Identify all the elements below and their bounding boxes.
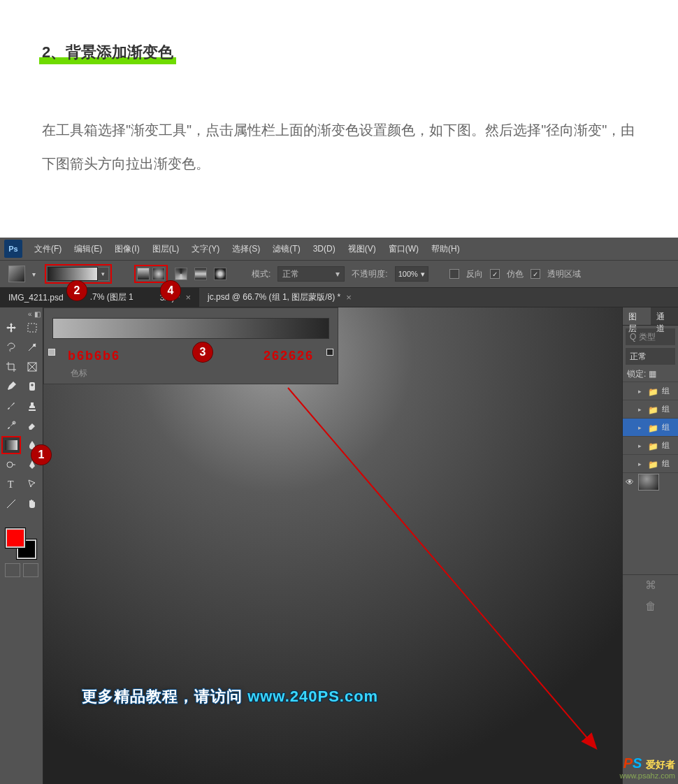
menu-help[interactable]: 帮助(H) [425, 243, 466, 255]
color-swatches[interactable] [6, 528, 36, 559]
visibility-icon[interactable] [626, 423, 635, 433]
radial-gradient-button[interactable] [152, 268, 165, 280]
menu-view[interactable]: 视图(V) [342, 243, 382, 255]
channels-tab[interactable]: 通道 [651, 307, 679, 325]
layer-group-row[interactable]: ▸📁组 [623, 454, 678, 472]
panel-grabber[interactable]: «◧ [1, 310, 41, 316]
opacity-label: 不透明度: [352, 268, 387, 280]
visibility-icon[interactable] [626, 386, 635, 396]
eraser-tool[interactable] [22, 416, 42, 435]
marquee-tool[interactable] [22, 319, 42, 337]
close-icon[interactable]: × [185, 292, 191, 303]
mode-value: 正常 [282, 268, 299, 280]
background-layer-row[interactable]: 👁 [623, 472, 678, 491]
menu-filter[interactable]: 滤镜(T) [266, 243, 306, 255]
eyedropper-tool[interactable] [1, 377, 21, 395]
watermark-cn: 更多精品教程，请访问 [82, 688, 247, 705]
gradient-dropdown-arrow-icon[interactable]: ▾ [98, 267, 109, 281]
menu-image[interactable]: 图像(I) [108, 243, 145, 255]
menu-file[interactable]: 文件(F) [28, 243, 68, 255]
history-brush-tool[interactable] [1, 416, 21, 435]
menu-bar: Ps 文件(F) 编辑(E) 图像(I) 图层(L) 文字(Y) 选择(S) 滤… [0, 238, 678, 260]
dither-checkbox[interactable] [490, 269, 500, 279]
gradient-bar[interactable] [52, 318, 329, 339]
document-tab-bar: IMG_4211.psd .7% (图层 1 3/8) * × jc.psd @… [0, 288, 678, 307]
tab-label: IMG_4211.psd [8, 293, 64, 303]
canvas[interactable]: b6b6b6 262626 色标 更多精品教程，请访问 www.240PS.co… [43, 307, 622, 784]
diamond-gradient-button[interactable] [214, 268, 226, 280]
brush-tool[interactable] [1, 397, 21, 415]
lasso-tool[interactable] [1, 338, 21, 356]
expand-icon[interactable]: ▸ [638, 460, 645, 467]
folder-icon: 📁 [648, 405, 659, 414]
menu-edit[interactable]: 编辑(E) [68, 243, 108, 255]
opacity-value: 100% [398, 270, 418, 278]
blend-mode-dropdown[interactable]: 正常 ▾ [277, 266, 345, 282]
color-stop-left[interactable] [48, 349, 55, 356]
quick-mask-button[interactable] [5, 563, 20, 577]
trash-icon[interactable]: 🗑 [645, 600, 656, 613]
angle-gradient-button[interactable] [175, 268, 187, 280]
chevron-down-icon: ▾ [421, 270, 425, 279]
article-content: 2、背景添加渐变色 在工具箱选择"渐变工具"，点击属性栏上面的渐变色设置颜色，如… [0, 0, 678, 180]
link-icon[interactable]: ⌘ [645, 579, 656, 592]
filter-label: 类型 [639, 331, 656, 343]
annotation-marker-2: 2 [67, 281, 87, 300]
layer-group-row[interactable]: ▸📁组 [623, 436, 678, 454]
layer-group-row[interactable]: ▸📁组 [623, 418, 678, 436]
photoshop-window: Ps 文件(F) 编辑(E) 图像(I) 图层(L) 文字(Y) 选择(S) 滤… [0, 238, 678, 784]
color-stop-right[interactable] [326, 349, 333, 356]
reverse-checkbox[interactable] [449, 269, 459, 279]
menu-3d[interactable]: 3D(D) [307, 244, 342, 254]
opacity-dropdown[interactable]: 100% ▾ [395, 266, 428, 282]
close-icon[interactable]: × [346, 292, 352, 303]
dodge-tool[interactable] [1, 456, 21, 474]
crop-tool[interactable] [1, 358, 21, 376]
layer-group-row[interactable]: ▸📁组 [623, 382, 678, 400]
screen-mode-button[interactable] [23, 563, 38, 577]
current-tool-indicator[interactable] [8, 266, 25, 282]
menu-text[interactable]: 文字(Y) [185, 243, 226, 255]
folder-icon: 📁 [648, 442, 659, 450]
visibility-icon[interactable] [626, 459, 635, 469]
hand-tool[interactable] [22, 495, 42, 513]
gradient-tool[interactable] [1, 436, 21, 454]
frame-tool[interactable] [22, 358, 42, 376]
layer-name: 组 [662, 386, 675, 396]
expand-icon[interactable]: ▸ [638, 424, 645, 431]
toolbox: «◧ T [0, 307, 43, 784]
tool-preset-arrow-icon[interactable]: ▾ [32, 270, 38, 278]
section-heading: 2、背景添加渐变色 [42, 42, 173, 63]
mode-label: 模式: [252, 268, 271, 280]
stamp-tool[interactable] [22, 397, 42, 415]
magic-wand-tool[interactable] [22, 338, 42, 356]
folder-icon: 📁 [648, 460, 659, 468]
layer-name: 组 [662, 422, 675, 433]
path-selection-tool[interactable] [22, 475, 42, 493]
reverse-label: 反向 [466, 268, 483, 280]
line-tool[interactable] [1, 495, 21, 513]
layer-thumbnail [638, 474, 659, 491]
svg-text:T: T [8, 479, 14, 490]
visibility-icon[interactable] [626, 405, 635, 414]
menu-window[interactable]: 窗口(W) [382, 243, 425, 255]
layer-group-row[interactable]: ▸📁组 [623, 400, 678, 418]
lock-pixels-icon[interactable]: ▦ [649, 369, 656, 379]
visibility-icon[interactable]: 👁 [626, 477, 635, 487]
document-tab-2[interactable]: jc.psd @ 66.7% (组 1, 图层蒙版/8) * × [199, 287, 360, 307]
layers-tab[interactable]: 图层 [623, 307, 651, 325]
reflected-gradient-button[interactable] [194, 268, 207, 280]
healing-tool[interactable] [22, 377, 42, 395]
blend-mode-select[interactable]: 正常 [626, 348, 675, 365]
transparency-checkbox[interactable] [531, 269, 540, 279]
menu-layer[interactable]: 图层(L) [146, 243, 186, 255]
menu-select[interactable]: 选择(S) [226, 243, 266, 255]
expand-icon[interactable]: ▸ [638, 406, 645, 413]
expand-icon[interactable]: ▸ [638, 442, 645, 449]
linear-gradient-button[interactable] [137, 268, 150, 280]
move-tool[interactable] [1, 319, 21, 337]
expand-icon[interactable]: ▸ [638, 388, 645, 395]
type-tool[interactable]: T [1, 475, 21, 493]
foreground-color-swatch[interactable] [6, 528, 25, 548]
visibility-icon[interactable] [626, 441, 635, 451]
